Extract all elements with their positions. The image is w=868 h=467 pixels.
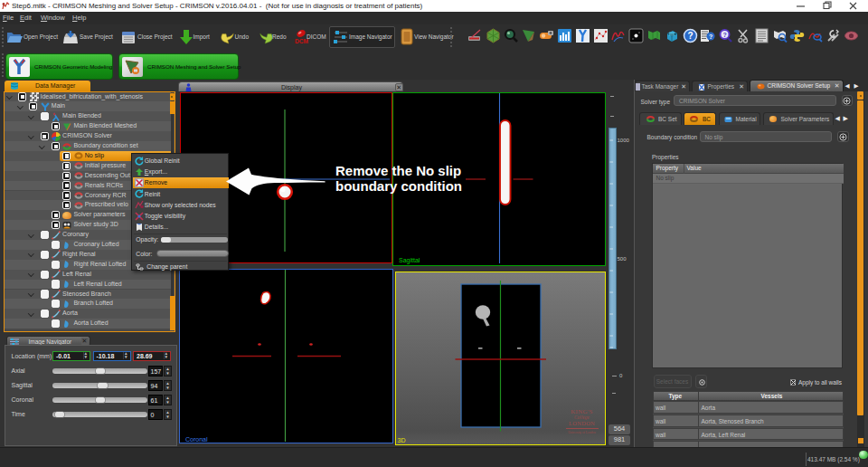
svg-text:?: ?	[723, 32, 727, 38]
svg-text:?: ?	[687, 31, 693, 41]
svg-text:?: ?	[709, 33, 712, 40]
